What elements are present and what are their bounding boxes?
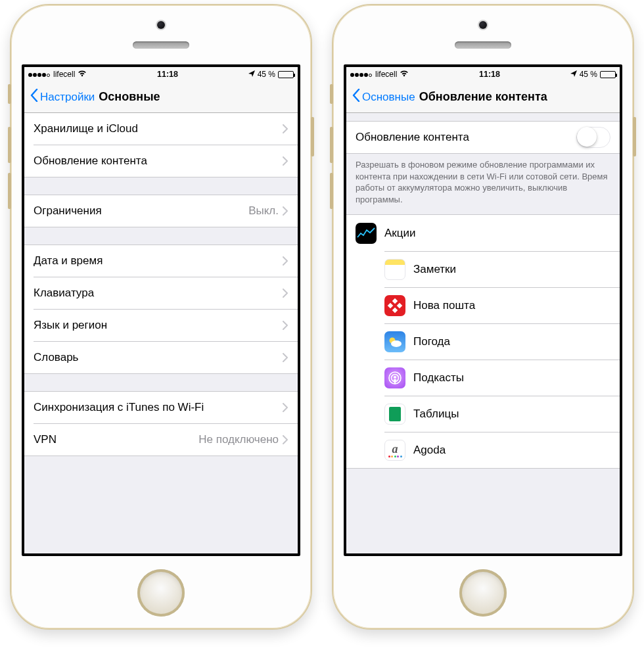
app-row[interactable]: Таблицы (384, 396, 620, 432)
screen-general-settings: lifecell 11:18 45 % Настройки (22, 64, 300, 556)
volume-down (330, 173, 333, 209)
svg-rect-1 (392, 308, 398, 313)
row-label: Ограничения (34, 204, 248, 218)
svg-rect-2 (388, 303, 393, 308)
speaker-grille (133, 41, 189, 49)
apps-group: АкцииЗаметкиНова поштаПогодаПодкастыТабл… (346, 214, 620, 469)
carrier-label: lifecell (53, 70, 75, 79)
status-time: 11:18 (157, 70, 178, 79)
settings-row[interactable]: Язык и регион (34, 309, 298, 341)
group-footer-note: Разрешать в фоновом режиме обновление пр… (346, 154, 620, 209)
wifi-icon (78, 70, 87, 79)
chevron-left-icon (30, 89, 39, 105)
nav-bar: Настройки Основные (24, 82, 298, 113)
app-label: Акции (384, 227, 610, 240)
chevron-right-icon (283, 403, 288, 412)
battery-pct: 45 % (580, 70, 597, 79)
settings-row[interactable]: ОграниченияВыкл. (24, 195, 298, 227)
screen-background-refresh: lifecell 11:18 45 % Основные Об (344, 64, 622, 556)
app-row[interactable]: Акции (346, 215, 620, 251)
svg-point-5 (391, 340, 402, 347)
app-row[interactable]: Подкасты (384, 360, 620, 396)
row-label: Хранилище и iCloud (34, 122, 283, 135)
carrier-label: lifecell (375, 70, 397, 79)
novaposhta-icon (384, 295, 405, 316)
svg-rect-0 (392, 298, 398, 304)
location-icon (248, 70, 255, 79)
status-bar: lifecell 11:18 45 % (346, 67, 620, 82)
app-row[interactable]: Погода (384, 323, 620, 360)
mute-switch (330, 84, 333, 104)
app-row[interactable]: aAgoda (384, 432, 620, 468)
power-button (633, 117, 636, 156)
app-label: Agoda (413, 444, 610, 457)
front-camera (479, 21, 487, 29)
settings-row[interactable]: VPNНе подключено (34, 423, 298, 455)
row-label: Язык и регион (34, 319, 283, 332)
chevron-left-icon (352, 89, 361, 105)
settings-list[interactable]: Обновление контента Разрешать в фоновом … (346, 113, 620, 553)
back-label: Основные (362, 91, 415, 104)
row-value: Не подключено (198, 433, 279, 446)
settings-row[interactable]: Словарь (34, 341, 298, 373)
row-label: Обновление контента (34, 154, 283, 168)
home-button[interactable] (459, 569, 507, 617)
settings-list[interactable]: Хранилище и iCloudОбновление контента Ог… (24, 113, 298, 553)
settings-group: Синхронизация с iTunes по Wi-FiVPNНе под… (24, 391, 298, 456)
status-time: 11:18 (479, 70, 500, 79)
stocks-icon (356, 223, 377, 244)
podcasts-icon (384, 367, 405, 388)
back-label: Настройки (40, 91, 95, 104)
location-icon (570, 70, 577, 79)
row-label: Словарь (34, 351, 283, 364)
phone-left: lifecell 11:18 45 % Настройки (10, 4, 312, 630)
app-label: Таблицы (413, 408, 610, 421)
toggle-switch[interactable] (576, 127, 610, 148)
app-label: Подкасты (413, 371, 610, 385)
settings-row[interactable]: Хранилище и iCloud (24, 113, 298, 145)
chevron-right-icon (283, 206, 288, 216)
sheets-icon (384, 404, 405, 425)
settings-group: Хранилище и iCloudОбновление контента (24, 113, 298, 177)
weather-icon (384, 331, 405, 352)
app-row[interactable]: Заметки (384, 251, 620, 287)
row-value: Выкл. (248, 204, 279, 218)
back-button[interactable]: Настройки (30, 89, 95, 105)
agoda-icon: a (384, 440, 405, 461)
master-toggle-group: Обновление контента (346, 121, 620, 154)
settings-row[interactable]: Обновление контента (34, 145, 298, 177)
chevron-right-icon (283, 435, 288, 444)
speaker-grille (455, 41, 511, 49)
volume-up (330, 127, 333, 163)
settings-row[interactable]: Клавиатура (34, 277, 298, 309)
row-label: Обновление контента (356, 131, 576, 144)
page-title: Обновление контента (419, 90, 547, 104)
notes-icon (384, 259, 405, 280)
settings-group: Дата и времяКлавиатураЯзык и регионСлова… (24, 245, 298, 374)
row-label: Синхронизация с iTunes по Wi-Fi (34, 401, 283, 414)
chevron-right-icon (283, 256, 288, 266)
mute-switch (8, 84, 11, 104)
home-button[interactable] (137, 569, 185, 617)
signal-dots-icon (350, 70, 373, 79)
chevron-right-icon (283, 124, 288, 133)
volume-down (8, 173, 11, 209)
svg-rect-3 (397, 303, 402, 308)
page-title: Основные (99, 90, 160, 104)
chevron-right-icon (283, 289, 288, 298)
app-row[interactable]: Нова пошта (384, 287, 620, 323)
chevron-right-icon (283, 321, 288, 330)
nav-bar: Основные Обновление контента (346, 82, 620, 113)
settings-row[interactable]: Синхронизация с iTunes по Wi-Fi (24, 392, 298, 423)
settings-row[interactable]: Дата и время (24, 245, 298, 277)
row-label: VPN (34, 433, 198, 446)
chevron-right-icon (283, 156, 288, 166)
svg-point-8 (394, 376, 396, 379)
app-label: Погода (413, 335, 610, 348)
back-button[interactable]: Основные (352, 89, 415, 105)
power-button (311, 117, 314, 156)
battery-icon (600, 71, 616, 78)
battery-pct: 45 % (258, 70, 275, 79)
row-label: Клавиатура (34, 287, 283, 300)
row-background-refresh-master[interactable]: Обновление контента (346, 122, 620, 153)
